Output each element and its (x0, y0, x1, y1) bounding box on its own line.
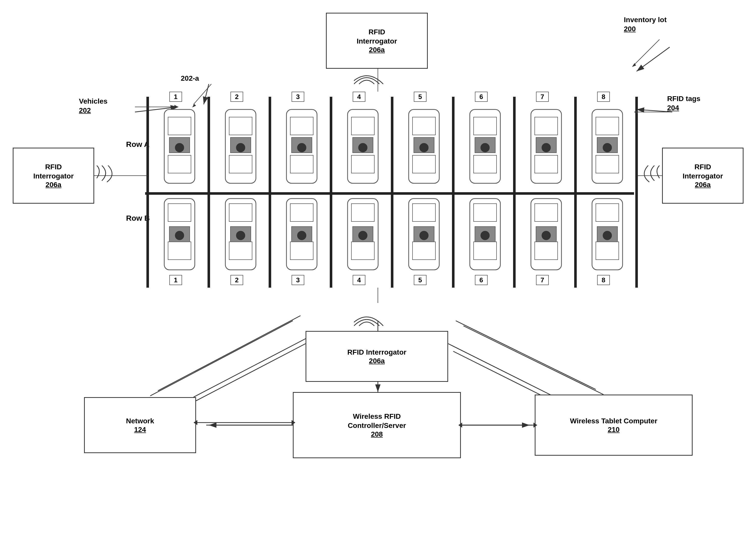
car-a8 (582, 104, 633, 188)
svg-point-49 (542, 143, 551, 152)
col-num-top-3: 3 (292, 92, 304, 102)
car-b6 (460, 196, 511, 272)
rfid-bottom-number: 206a (369, 357, 385, 365)
rfid-right-label: RFIDInterrogator (683, 162, 723, 181)
col-num-top-8: 8 (597, 92, 610, 102)
svg-point-19 (175, 143, 184, 152)
svg-rect-17 (168, 155, 191, 173)
svg-rect-51 (596, 117, 619, 135)
svg-rect-66 (290, 204, 313, 221)
vsep-4 (391, 97, 393, 288)
vehicles-label: Vehicles 202 (79, 97, 107, 115)
svg-rect-76 (413, 204, 435, 221)
svg-rect-47 (535, 155, 558, 173)
rfid-left-box: RFIDInterrogator 206a (13, 148, 94, 204)
svg-rect-41 (474, 117, 497, 135)
wireless-rfid-number: 208 (371, 430, 383, 438)
vsep-3 (330, 97, 332, 288)
svg-line-2 (637, 47, 670, 71)
svg-rect-61 (229, 204, 252, 221)
svg-rect-86 (535, 204, 558, 221)
rfid-right-box: RFIDInterrogator 206a (662, 148, 744, 204)
col-num-bot-6: 6 (475, 275, 488, 285)
car-b7 (521, 196, 572, 272)
col-num-bot-4: 4 (353, 275, 365, 285)
svg-rect-37 (413, 155, 435, 173)
rfid-tags-label: RFID tags 204 (667, 94, 700, 113)
svg-rect-36 (413, 117, 435, 135)
svg-point-79 (419, 231, 429, 240)
car-a7 (521, 104, 572, 188)
col-num-bot-1: 1 (169, 275, 182, 285)
car-b4 (337, 196, 388, 272)
vehicle-a-label: 202-a (181, 74, 199, 83)
vsep-6 (513, 97, 516, 288)
svg-rect-87 (535, 242, 558, 260)
wireless-tablet-number: 210 (608, 426, 620, 434)
svg-line-12 (194, 336, 311, 397)
svg-rect-81 (474, 204, 497, 221)
col-num-top-6: 6 (475, 92, 488, 102)
svg-rect-26 (290, 117, 313, 135)
svg-line-11 (188, 344, 306, 405)
wireless-tablet-label: Wireless Tablet Computer (570, 416, 657, 426)
network-label: Network (126, 416, 154, 426)
rfid-right-number: 206a (695, 181, 711, 189)
car-a3 (276, 104, 327, 188)
car-a6 (460, 104, 511, 188)
vsep-8 (635, 97, 638, 288)
svg-point-74 (358, 231, 367, 240)
col-num-top-2: 2 (230, 92, 243, 102)
svg-point-39 (419, 143, 429, 152)
svg-line-110 (158, 316, 300, 391)
rfid-top-number: 206a (369, 46, 385, 54)
wireless-tablet-box: Wireless Tablet Computer 210 (535, 395, 693, 456)
svg-rect-56 (168, 204, 191, 221)
vsep-2 (269, 97, 271, 288)
svg-point-29 (297, 143, 306, 152)
svg-point-54 (603, 143, 612, 152)
car-a2 (215, 104, 266, 188)
svg-rect-42 (474, 155, 497, 173)
svg-line-14 (448, 344, 555, 397)
svg-rect-82 (474, 242, 497, 260)
svg-point-94 (603, 231, 612, 240)
rfid-left-signal (94, 165, 120, 191)
col-num-top-4: 4 (353, 92, 365, 102)
road-line (145, 192, 634, 195)
svg-line-5 (637, 109, 672, 112)
col-num-bot-5: 5 (414, 275, 427, 285)
car-b2 (215, 196, 266, 272)
svg-rect-46 (535, 117, 558, 135)
svg-line-112 (456, 321, 596, 389)
svg-point-69 (297, 231, 306, 240)
svg-rect-62 (229, 242, 252, 260)
network-number: 124 (134, 426, 146, 434)
svg-rect-16 (168, 117, 191, 135)
svg-rect-52 (596, 155, 619, 173)
car-a5 (398, 104, 449, 188)
svg-rect-32 (351, 155, 374, 173)
svg-point-24 (236, 143, 245, 152)
car-a1 (154, 104, 205, 188)
vsep-1 (208, 97, 210, 288)
svg-rect-57 (168, 242, 191, 260)
svg-rect-71 (351, 204, 374, 221)
col-num-top-7: 7 (536, 92, 549, 102)
car-a4 (337, 104, 388, 188)
svg-rect-91 (596, 204, 619, 221)
col-num-top-1: 1 (169, 92, 182, 102)
svg-rect-72 (351, 242, 374, 260)
diagram: RFIDInterrogator 206a RFIDInterrogator 2… (0, 0, 756, 544)
rfid-top-signal (354, 69, 400, 89)
rfid-bottom-box: RFID Interrogator 206a (306, 331, 448, 382)
rfid-top-label: RFIDInterrogator (357, 27, 397, 46)
rfid-bottom-signal (354, 303, 400, 331)
svg-rect-67 (290, 242, 313, 260)
svg-point-44 (480, 143, 490, 152)
col-num-top-5: 5 (414, 92, 427, 102)
svg-rect-21 (229, 117, 252, 135)
inventory-lot-label: Inventory lot 200 (624, 15, 667, 34)
vsep-7 (574, 97, 577, 288)
wireless-rfid-box: Wireless RFIDController/Server 208 (293, 392, 461, 458)
